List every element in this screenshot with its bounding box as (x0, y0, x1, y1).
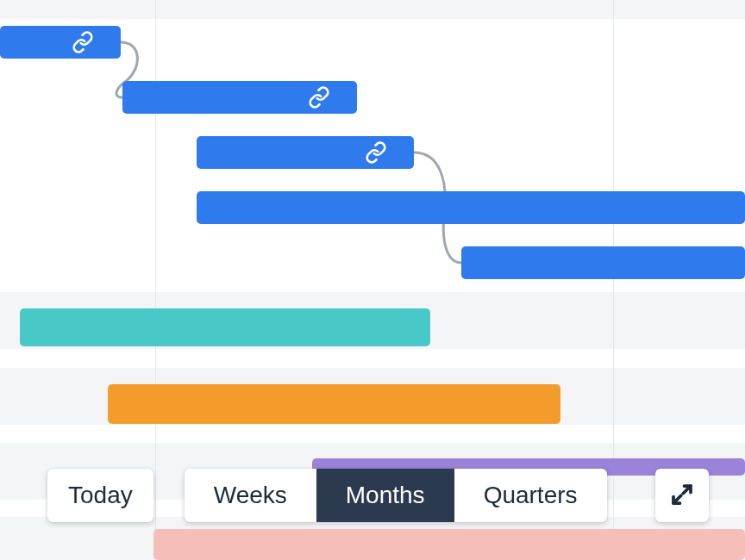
task-bar[interactable] (20, 308, 430, 346)
link-icon (307, 85, 331, 109)
task-bar[interactable] (153, 529, 745, 560)
timeline-toolbar: Today Weeks Months Quarters (0, 469, 745, 522)
task-bar[interactable] (461, 246, 745, 279)
zoom-weeks-button[interactable]: Weeks (185, 469, 316, 522)
zoom-quarters-button[interactable]: Quarters (454, 469, 607, 522)
task-bar[interactable] (0, 26, 121, 59)
zoom-months-button[interactable]: Months (316, 469, 454, 522)
link-icon (71, 30, 95, 54)
task-bar[interactable] (197, 191, 745, 224)
link-icon (364, 140, 388, 165)
task-bar[interactable] (197, 136, 414, 169)
task-bar[interactable] (122, 81, 357, 114)
today-button[interactable]: Today (47, 469, 153, 522)
zoom-segmented-control: Weeks Months Quarters (185, 469, 607, 522)
gantt-row (0, 0, 745, 19)
task-bar[interactable] (108, 384, 560, 424)
gantt-timeline: Today Weeks Months Quarters (0, 0, 745, 560)
expand-button[interactable] (655, 469, 709, 522)
expand-icon (669, 482, 695, 510)
